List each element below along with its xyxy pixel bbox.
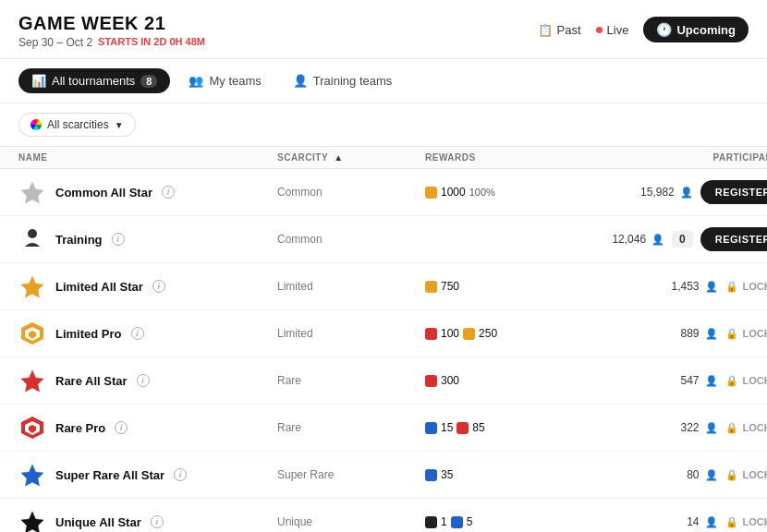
tab-training-teams-label: Training teams: [313, 74, 393, 88]
table-row: Super Rare All Star i Super Rare 35 80 👤…: [0, 452, 767, 499]
locked-label: 🔒LOCKED: [725, 281, 767, 293]
info-icon[interactable]: i: [162, 186, 175, 199]
cell-action: 80 👤 🔒LOCKED: [665, 468, 767, 481]
header-dates: Sep 30 – Oct 2: [18, 36, 92, 49]
page-title: GAME WEEK 21: [18, 13, 205, 34]
cell-participants: 322 👤: [681, 421, 718, 434]
bar-chart-icon: 📊: [31, 74, 46, 88]
participant-icon: 👤: [705, 281, 718, 293]
lock-icon: 🔒: [725, 328, 738, 340]
clock-icon: 🕐: [656, 22, 672, 37]
cell-name: Super Rare All Star i: [18, 461, 277, 489]
cell-rewards: 1000100%: [425, 186, 665, 199]
col-header-scarcity: SCARCITY ▲: [277, 152, 425, 163]
info-icon[interactable]: i: [112, 233, 125, 246]
header-right: 📋 Past Live 🕐 Upcoming: [538, 17, 749, 42]
register-button[interactable]: REGISTER: [700, 180, 767, 204]
register-button[interactable]: REGISTER: [700, 227, 767, 251]
red-coin-icon: [425, 375, 437, 387]
tournament-icon: [18, 461, 46, 489]
tab-all-tournaments-badge: 8: [140, 75, 157, 88]
participant-icon: 👤: [705, 328, 718, 340]
table-row: Rare All Star i Rare 300 547 👤 🔒LOCKED: [0, 357, 767, 405]
cell-action: 1,453 👤 🔒LOCKED: [665, 280, 767, 293]
upcoming-button[interactable]: 🕐 Upcoming: [643, 17, 749, 42]
cell-rewards: 15: [425, 515, 665, 528]
cell-participants: 80 👤: [687, 468, 717, 481]
scarcity-filter-label: All scarcities: [47, 118, 109, 131]
participant-icon: 👤: [705, 375, 718, 387]
participant-icon: 👤: [705, 469, 718, 481]
info-icon[interactable]: i: [174, 468, 187, 481]
reward-amount: 85: [472, 421, 484, 434]
tab-my-teams[interactable]: 👥 My teams: [176, 68, 274, 93]
info-icon[interactable]: i: [152, 280, 165, 293]
tournament-icon: [18, 178, 46, 206]
header-dates-row: Sep 30 – Oct 2 STARTS IN 2D 0H 48M: [18, 34, 205, 49]
table-body: Common All Star i Common 1000100% 15,982…: [0, 169, 767, 532]
gold-coin-icon: [463, 328, 475, 340]
cell-participants: 14 👤: [687, 515, 717, 528]
lock-icon: 🔒: [725, 281, 738, 293]
tournament-icon: [18, 367, 46, 394]
col-header-rewards: REWARDS: [425, 152, 665, 163]
cell-action: 889 👤 🔒LOCKED: [665, 327, 767, 340]
cell-name: Rare Pro i: [18, 414, 277, 441]
info-icon[interactable]: i: [131, 327, 144, 340]
table-row: Training i Common 12,046 👤 0REGISTER: [0, 216, 767, 263]
cell-name: Unique All Star i: [18, 508, 277, 532]
tournament-name: Unique All Star: [55, 515, 141, 529]
cell-rewards: 750: [425, 280, 665, 293]
cell-name: Rare All Star i: [18, 367, 277, 394]
past-label: Past: [557, 23, 581, 37]
filter-bar: All scarcities ▼: [0, 103, 767, 147]
tab-all-tournaments[interactable]: 📊 All tournaments 8: [18, 68, 170, 93]
info-icon[interactable]: i: [115, 421, 128, 434]
lock-icon: 🔒: [725, 469, 738, 481]
locked-label: 🔒LOCKED: [725, 422, 767, 434]
cell-scarcity: Limited: [277, 280, 425, 293]
cell-name: Training i: [18, 225, 277, 253]
cell-rewards: 300: [425, 374, 665, 387]
locked-label: 🔒LOCKED: [725, 328, 767, 340]
cell-rewards: 35: [425, 468, 665, 481]
tournament-icon: [18, 414, 46, 441]
tournament-icon: [18, 508, 46, 532]
info-icon[interactable]: i: [151, 515, 164, 528]
upcoming-label: Upcoming: [676, 23, 736, 37]
live-button[interactable]: Live: [596, 23, 629, 37]
svg-marker-11: [21, 512, 43, 532]
cell-name: Common All Star i: [18, 178, 277, 206]
header-left: GAME WEEK 21 Sep 30 – Oct 2 STARTS IN 2D…: [18, 13, 205, 49]
locked-label: 🔒LOCKED: [725, 469, 767, 481]
calendar-icon: 📋: [538, 23, 553, 37]
cell-scarcity: Unique: [277, 515, 425, 528]
reward-amount: 750: [441, 280, 459, 293]
table-header: NAME SCARCITY ▲ REWARDS PARTICIPANTS: [0, 147, 767, 169]
tournament-name: Limited Pro: [55, 327, 122, 341]
tournament-name: Rare Pro: [55, 421, 105, 435]
svg-marker-10: [21, 465, 43, 486]
info-icon[interactable]: i: [137, 374, 150, 387]
cell-action: 12,046 👤 0REGISTER: [665, 227, 767, 251]
tab-my-teams-label: My teams: [209, 74, 261, 88]
reward-amount: 5: [467, 515, 473, 528]
participant-icon: 👤: [680, 187, 693, 199]
cell-action: 15,982 👤 REGISTER: [665, 180, 767, 204]
scarcity-filter-button[interactable]: All scarcities ▼: [18, 113, 136, 137]
table-row: Limited All Star i Limited 750 1,453 👤 🔒…: [0, 263, 767, 310]
dark-coin-icon: [425, 516, 437, 528]
locked-label: 🔒LOCKED: [725, 375, 767, 387]
cell-participants: 547 👤: [681, 374, 718, 387]
col-header-name: NAME: [18, 152, 277, 163]
svg-marker-2: [21, 276, 43, 297]
gold-coin-icon: [425, 187, 437, 199]
cell-scarcity: Limited: [277, 327, 425, 340]
blue-coin-icon: [425, 469, 437, 481]
cell-scarcity: Super Rare: [277, 468, 425, 481]
red-coin-icon: [457, 422, 469, 434]
reward-amount: 35: [441, 468, 453, 481]
tab-training-teams[interactable]: 👤 Training teams: [280, 68, 406, 93]
past-button[interactable]: 📋 Past: [538, 23, 581, 37]
participant-icon: 👤: [705, 516, 718, 528]
